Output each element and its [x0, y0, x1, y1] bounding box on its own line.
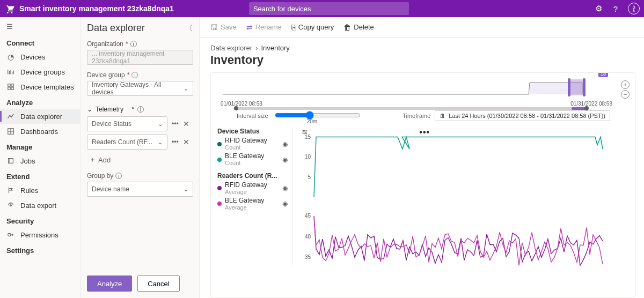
svg-rect-9 [583, 78, 586, 96]
more-icon[interactable]: ••• [171, 120, 180, 128]
info-icon[interactable]: i [137, 106, 144, 113]
nav-device-templates[interactable]: Device templates [0, 79, 80, 94]
telemetry-select-1[interactable]: Readers Count (RF...⌄ [87, 135, 167, 150]
svg-rect-0 [633, 6, 635, 9]
breadcrumb-root[interactable]: Data explorer [210, 44, 252, 52]
nav-rules[interactable]: Rules [0, 183, 80, 198]
left-nav: ☰ Connect ◔Devices Device groups Device … [0, 17, 80, 298]
calendar-icon: 🗓 [440, 113, 445, 119]
templates-icon [6, 83, 15, 91]
svg-text:45: 45 [305, 213, 311, 219]
svg-rect-3 [8, 87, 10, 90]
telemetry-header[interactable]: ⌄Telemetry *i [87, 106, 193, 113]
nav-data-explorer[interactable]: Data explorer [0, 109, 80, 124]
svg-rect-4 [11, 87, 13, 90]
legend-item[interactable]: BLE GatewayAverage◉ [217, 197, 288, 211]
timeline-badge: 1d [598, 72, 608, 77]
collapse-icon[interactable]: 〈 [185, 24, 193, 33]
eye-icon[interactable]: ◉ [282, 200, 288, 207]
legend-item[interactable]: RFID GatewayCount◉ [217, 137, 288, 151]
nav-section-extend: Extend [0, 168, 80, 183]
nav-jobs[interactable]: Jobs [0, 153, 80, 168]
chart-legend: ≋ ••• Device Status RFID GatewayCount◉ B… [217, 128, 292, 267]
hamburger-icon[interactable]: ☰ [0, 20, 80, 35]
interval-label: Interval size [237, 113, 268, 119]
more-icon[interactable]: ••• [171, 138, 180, 146]
groups-icon [6, 68, 15, 76]
info-icon[interactable]: i [115, 173, 122, 179]
organization-label: Organization*i [87, 40, 193, 48]
eye-icon[interactable]: ◉ [282, 184, 288, 192]
legend-title-1: Device Status [217, 128, 288, 135]
interval-slider[interactable]: 20m [275, 111, 361, 121]
remove-icon[interactable]: ✕ [183, 138, 189, 146]
nav-devices[interactable]: ◔Devices [0, 49, 80, 64]
copy-icon: ⎘ [291, 23, 296, 32]
interval-value: 20m [307, 118, 317, 124]
help-icon[interactable]: ? [611, 4, 620, 13]
nav-permissions[interactable]: Permissions [0, 227, 80, 242]
nav-dashboards[interactable]: Dashboards [0, 124, 80, 139]
nav-section-connect: Connect [0, 35, 80, 49]
delete-icon: 🗑 [343, 23, 351, 32]
explorer-icon [6, 112, 15, 121]
group-by-label: Group byi [87, 172, 193, 180]
svg-rect-1 [8, 84, 10, 86]
rename-button[interactable]: ⇄Rename [246, 23, 282, 32]
cancel-button[interactable]: Cancel [137, 275, 179, 292]
timeframe-label: Timeframe [402, 113, 430, 119]
data-explorer-panel: Data explorer 〈 Organization*i ... inven… [80, 17, 200, 298]
command-bar: 🖫Save ⇄Rename ⎘Copy query 🗑Delete [200, 17, 644, 38]
svg-rect-7 [569, 79, 584, 95]
jobs-icon [6, 157, 15, 165]
chevron-down-icon: ⌄ [184, 186, 188, 193]
remove-icon[interactable]: ✕ [183, 120, 189, 128]
zoom-in-icon[interactable]: + [621, 80, 630, 89]
save-button[interactable]: 🖫Save [210, 23, 237, 32]
legend-item[interactable]: BLE GatewayCount◉ [217, 153, 288, 166]
rules-icon [6, 186, 15, 195]
svg-rect-8 [568, 78, 570, 96]
copy-query-button[interactable]: ⎘Copy query [291, 23, 334, 32]
chart-panel: 1d 01/01/2022 08:58 01/31/2022 08:58 [210, 72, 635, 298]
gear-icon[interactable]: ⚙ [594, 4, 603, 13]
svg-text:10: 10 [305, 154, 311, 160]
nav-section-analyze: Analyze [0, 94, 80, 109]
organization-select[interactable]: ... inventory management 23zka8dnqa1 [87, 50, 193, 65]
delete-button[interactable]: 🗑Delete [343, 23, 374, 32]
nav-section-manage: Manage [0, 139, 80, 153]
svg-text:40: 40 [305, 234, 311, 240]
search-input[interactable]: Search for devices [249, 2, 409, 15]
dashboards-icon [6, 127, 15, 136]
svg-text:5: 5 [308, 174, 311, 180]
legend-item[interactable]: RFID GatewayAverage◉ [217, 182, 288, 195]
search-placeholder: Search for devices [253, 5, 311, 13]
telemetry-select-0[interactable]: Device Status⌄ [87, 116, 167, 131]
avatar[interactable] [628, 3, 640, 14]
export-icon [6, 201, 15, 210]
info-icon[interactable]: i [130, 41, 137, 47]
group-by-select[interactable]: Device name⌄ [87, 182, 193, 197]
add-telemetry[interactable]: ＋Add [87, 155, 193, 165]
chart-plot[interactable]: 51015354045 [292, 128, 628, 267]
timeline[interactable]: 1d 01/01/2022 08:58 01/31/2022 08:58 [217, 78, 628, 108]
nav-data-export[interactable]: Data export [0, 198, 80, 213]
zoom-out-icon[interactable]: − [621, 90, 630, 99]
eye-icon[interactable]: ◉ [282, 140, 288, 148]
chevron-down-icon: ⌄ [87, 106, 92, 113]
main-content: 🖫Save ⇄Rename ⎘Copy query 🗑Delete Data e… [200, 17, 644, 298]
chevron-down-icon: ⌄ [158, 121, 163, 128]
analyze-button[interactable]: Analyze [87, 275, 132, 292]
cart-icon [4, 3, 15, 14]
panel-title: Data explorer [87, 23, 145, 34]
device-group-label: Device group*i [87, 71, 193, 79]
info-icon[interactable]: i [131, 72, 138, 78]
nav-section-security: Security [0, 213, 80, 227]
eye-icon[interactable]: ◉ [282, 156, 288, 163]
nav-device-groups[interactable]: Device groups [0, 64, 80, 79]
nav-section-settings: Settings [0, 242, 80, 257]
permissions-icon [6, 230, 15, 239]
app-header: Smart inventory management 23zka8dnqa1 S… [0, 0, 644, 17]
save-icon: 🖫 [210, 23, 218, 32]
device-group-select[interactable]: Inventory Gateways - All devices⌄ [87, 81, 193, 96]
